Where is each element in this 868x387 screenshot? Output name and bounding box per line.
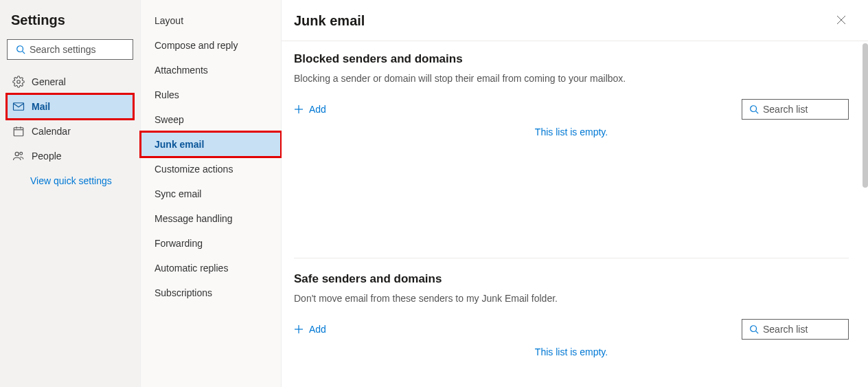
page-title: Junk email: [294, 13, 365, 29]
view-quick-settings-link[interactable]: View quick settings: [7, 168, 133, 186]
settings-search-box[interactable]: [7, 39, 133, 60]
subnav-item-forwarding[interactable]: Forwarding: [141, 231, 281, 256]
plus-icon: [294, 104, 304, 114]
svg-rect-4: [14, 128, 23, 136]
sidebar-item-label: Mail: [32, 101, 50, 112]
svg-point-2: [17, 80, 21, 84]
svg-point-14: [751, 106, 757, 112]
safe-search-box[interactable]: [742, 319, 849, 340]
svg-point-8: [15, 152, 19, 155]
search-icon: [749, 324, 759, 334]
settings-search-input[interactable]: [30, 44, 150, 55]
subnav-item-customize-actions[interactable]: Customize actions: [141, 157, 281, 181]
blocked-title: Blocked senders and domains: [294, 52, 849, 66]
calendar-icon: [12, 125, 25, 137]
sidebar-item-mail[interactable]: Mail: [7, 94, 133, 119]
plus-icon: [294, 324, 304, 334]
safe-senders-section: Safe senders and domains Don't move emai…: [294, 272, 849, 385]
sidebar-item-people[interactable]: People: [7, 144, 133, 168]
main-panel: Junk email Blocked senders and domains B…: [282, 0, 868, 387]
subnav-item-junk-email[interactable]: Junk email: [141, 132, 281, 157]
sidebar-item-label: Calendar: [32, 126, 71, 137]
blocked-controls-row: Add: [294, 99, 849, 120]
blocked-search-input[interactable]: [763, 104, 843, 115]
svg-point-18: [751, 326, 757, 332]
subnav-item-rules[interactable]: Rules: [141, 82, 281, 107]
svg-line-1: [23, 52, 25, 54]
blocked-senders-section: Blocked senders and domains Blocking a s…: [294, 52, 849, 258]
subnav-item-attachments[interactable]: Attachments: [141, 58, 281, 82]
people-icon: [12, 150, 25, 162]
svg-point-0: [17, 46, 23, 52]
sidebar-item-label: People: [32, 151, 62, 162]
subnav-item-automatic-replies[interactable]: Automatic replies: [141, 256, 281, 280]
sidebar-item-calendar[interactable]: Calendar: [7, 119, 133, 144]
svg-point-9: [20, 152, 23, 155]
blocked-desc: Blocking a sender or domain will stop th…: [294, 73, 849, 84]
blocked-search-box[interactable]: [742, 99, 849, 120]
subnav-item-layout[interactable]: Layout: [141, 8, 281, 33]
close-button[interactable]: [834, 12, 849, 30]
safe-title: Safe senders and domains: [294, 272, 849, 286]
subnav-item-compose[interactable]: Compose and reply: [141, 33, 281, 58]
safe-empty-message: This list is empty.: [294, 346, 849, 357]
main-header: Junk email: [282, 0, 868, 41]
blocked-empty-message: This list is empty.: [294, 126, 849, 137]
blocked-add-label: Add: [309, 104, 326, 115]
svg-rect-3: [14, 103, 24, 111]
mail-subnav: Layout Compose and reply Attachments Rul…: [141, 0, 282, 387]
safe-add-label: Add: [309, 324, 326, 335]
sidebar-item-general[interactable]: General: [7, 69, 133, 94]
gear-icon: [12, 76, 25, 88]
safe-desc: Don't move email from these senders to m…: [294, 293, 849, 304]
svg-line-15: [756, 111, 759, 114]
search-icon: [16, 45, 25, 54]
blocked-add-button[interactable]: Add: [294, 104, 326, 115]
main-body: Blocked senders and domains Blocking a s…: [282, 41, 868, 387]
settings-sidebar: Settings General Mail Calendar People Vi…: [0, 0, 141, 387]
sidebar-item-label: General: [32, 76, 66, 87]
svg-line-19: [756, 331, 759, 334]
subnav-item-sync-email[interactable]: Sync email: [141, 181, 281, 206]
search-icon: [749, 104, 759, 114]
settings-title: Settings: [11, 12, 133, 28]
close-icon: [836, 15, 846, 25]
mail-icon: [12, 100, 25, 113]
safe-add-button[interactable]: Add: [294, 324, 326, 335]
safe-search-input[interactable]: [763, 324, 843, 335]
safe-controls-row: Add: [294, 319, 849, 340]
subnav-item-message-handling[interactable]: Message handling: [141, 206, 281, 231]
subnav-item-sweep[interactable]: Sweep: [141, 107, 281, 132]
subnav-item-subscriptions[interactable]: Subscriptions: [141, 280, 281, 305]
scrollbar[interactable]: [863, 43, 868, 188]
